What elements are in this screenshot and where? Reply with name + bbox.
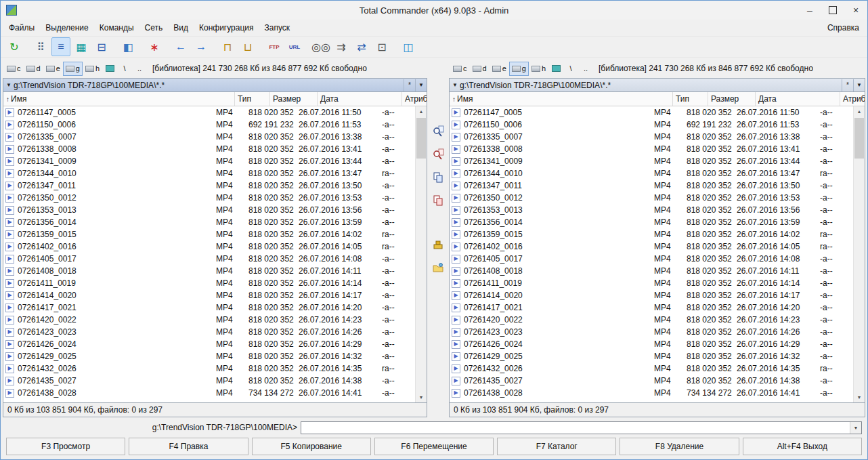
- column-header-attr[interactable]: Атриб: [402, 92, 427, 106]
- file-row[interactable]: ▶07261423_0023MP4818 020 35226.07.2016 1…: [450, 326, 854, 338]
- file-row[interactable]: ▶07261356_0014MP4818 020 35226.07.2016 1…: [450, 216, 854, 228]
- refresh-button[interactable]: ↻: [5, 37, 24, 56]
- command-history-dropdown[interactable]: ▼: [850, 422, 861, 434]
- file-row[interactable]: ▶07261435_0027MP4818 020 35226.07.2016 1…: [3, 375, 416, 387]
- fkey-alt-f4[interactable]: Alt+F4 Выход: [743, 438, 862, 455]
- file-row[interactable]: ▶07261341_0009MP4818 020 35226.07.2016 1…: [450, 155, 854, 167]
- file-row[interactable]: ▶07261429_0025MP4818 020 35226.07.2016 1…: [3, 350, 416, 362]
- compare-button[interactable]: ⊡: [372, 37, 391, 56]
- dir-history-button[interactable]: ▼: [853, 79, 865, 91]
- command-input[interactable]: [301, 422, 850, 434]
- fkey-f3[interactable]: F3 Просмотр: [6, 438, 125, 455]
- menu-item[interactable]: Запуск: [259, 21, 296, 35]
- copy-files-button[interactable]: [431, 170, 446, 185]
- file-row[interactable]: ▶07261429_0025MP4818 020 35226.07.2016 1…: [450, 350, 854, 362]
- file-row[interactable]: ▶07261426_0024MP4818 020 35226.07.2016 1…: [3, 338, 416, 350]
- scroll-down-icon[interactable]: ▼: [854, 392, 865, 402]
- brief-view-button[interactable]: ⠿: [31, 37, 50, 56]
- move-files-button[interactable]: [431, 193, 446, 208]
- file-row[interactable]: ▶07261150_0006MP4692 191 23226.07.2016 1…: [3, 119, 416, 131]
- scroll-up-icon[interactable]: ▲: [854, 106, 865, 117]
- new-folder-button[interactable]: [431, 261, 446, 276]
- file-row[interactable]: ▶07261150_0006MP4692 191 23226.07.2016 1…: [450, 119, 854, 131]
- multi-rename-button[interactable]: ⇉: [332, 37, 351, 56]
- fkey-f4[interactable]: F4 Правка: [129, 438, 248, 455]
- fkey-f6[interactable]: F6 Перемещение: [374, 438, 494, 455]
- menu-item[interactable]: Вид: [168, 21, 194, 35]
- forward-button[interactable]: →: [192, 37, 211, 56]
- column-header-size[interactable]: Размер: [708, 92, 756, 106]
- file-row[interactable]: ▶07261344_0010MP4818 020 35226.07.2016 1…: [3, 167, 416, 180]
- file-row[interactable]: ▶07261438_0028MP4734 134 27226.07.2016 1…: [3, 387, 416, 399]
- file-row[interactable]: ▶07261420_0022MP4818 020 35226.07.2016 1…: [3, 314, 416, 326]
- quick-view-button[interactable]: ◧: [118, 37, 137, 56]
- file-row[interactable]: ▶07261426_0024MP4818 020 35226.07.2016 1…: [450, 338, 854, 350]
- file-row[interactable]: ▶07261353_0013MP4818 020 35226.07.2016 1…: [3, 204, 416, 216]
- file-row[interactable]: ▶07261335_0007MP4818 020 35226.07.2016 1…: [450, 131, 854, 143]
- sync-dirs-button[interactable]: ⇄: [352, 37, 371, 56]
- drive-h-button[interactable]: h: [529, 62, 548, 76]
- menu-item[interactable]: Файлы: [3, 21, 40, 35]
- network-button[interactable]: ◫: [399, 37, 418, 56]
- column-header-name[interactable]: ↑ Имя: [450, 92, 673, 106]
- file-row[interactable]: ▶07261344_0010MP4818 020 35226.07.2016 1…: [450, 167, 854, 180]
- drive-d-button[interactable]: d: [24, 62, 43, 76]
- scrollbar-track[interactable]: [854, 117, 865, 392]
- root-dir-button[interactable]: \: [563, 62, 578, 76]
- file-row[interactable]: ▶07261405_0017MP4818 020 35226.07.2016 1…: [450, 253, 854, 265]
- column-header-size[interactable]: Размер: [270, 92, 318, 106]
- file-row[interactable]: ▶07261402_0016MP4818 020 35226.07.2016 1…: [450, 241, 854, 253]
- view-file-button[interactable]: [431, 124, 446, 139]
- file-row[interactable]: ▶07261359_0015MP4818 020 35226.07.2016 1…: [3, 228, 416, 241]
- edit-file-button[interactable]: [431, 147, 446, 162]
- drive-d-button[interactable]: d: [470, 62, 490, 76]
- cm-special-button[interactable]: ∗: [145, 37, 164, 56]
- file-row[interactable]: ▶07261338_0008MP4818 020 35226.07.2016 1…: [3, 143, 416, 155]
- drive-h-button[interactable]: h: [83, 62, 102, 76]
- file-row[interactable]: ▶07261147_0005MP4818 020 35226.07.2016 1…: [3, 106, 416, 119]
- dir-history-button[interactable]: ▼: [415, 79, 427, 91]
- scrollbar[interactable]: ▲ ▼: [853, 106, 865, 402]
- menu-item[interactable]: Выделение: [40, 21, 94, 35]
- file-row[interactable]: ▶07261432_0026MP4818 020 35226.07.2016 1…: [450, 362, 854, 375]
- file-row[interactable]: ▶07261417_0021MP4818 020 35226.07.2016 1…: [3, 301, 416, 314]
- file-row[interactable]: ▶07261423_0023MP4818 020 35226.07.2016 1…: [3, 326, 416, 338]
- full-view-button[interactable]: ≡: [51, 37, 70, 56]
- file-row[interactable]: ▶07261341_0009MP4818 020 35226.07.2016 1…: [3, 155, 416, 167]
- scrollbar-thumb[interactable]: [416, 118, 426, 159]
- file-row[interactable]: ▶07261414_0020MP4818 020 35226.07.2016 1…: [450, 289, 854, 301]
- file-row[interactable]: ▶07261347_0011MP4818 020 35226.07.2016 1…: [450, 180, 854, 192]
- menu-item[interactable]: Конфигурация: [194, 21, 259, 35]
- file-row[interactable]: ▶07261414_0020MP4818 020 35226.07.2016 1…: [3, 289, 416, 301]
- file-row[interactable]: ▶07261338_0008MP4818 020 35226.07.2016 1…: [450, 143, 854, 155]
- maximize-button[interactable]: [821, 1, 844, 20]
- menu-item-help[interactable]: Справка: [822, 21, 865, 35]
- file-row[interactable]: ▶07261356_0014MP4818 020 35226.07.2016 1…: [3, 216, 416, 228]
- file-row[interactable]: ▶07261350_0012MP4818 020 35226.07.2016 1…: [450, 192, 854, 204]
- drive-g-button[interactable]: g: [63, 62, 83, 76]
- file-row[interactable]: ▶07261408_0018MP4818 020 35226.07.2016 1…: [3, 265, 416, 277]
- file-row[interactable]: ▶07261420_0022MP4818 020 35226.07.2016 1…: [450, 314, 854, 326]
- scroll-down-icon[interactable]: ▼: [416, 392, 427, 402]
- minimize-button[interactable]: –: [798, 1, 821, 20]
- parent-dir-button[interactable]: ..: [132, 62, 147, 76]
- column-header-type[interactable]: Тип: [235, 92, 270, 106]
- pack-files-button-center[interactable]: [431, 238, 446, 253]
- scrollbar-thumb[interactable]: [854, 118, 864, 159]
- column-header-name[interactable]: ↑ Имя: [3, 92, 235, 106]
- file-row[interactable]: ▶07261405_0017MP4818 020 35226.07.2016 1…: [3, 253, 416, 265]
- menu-item[interactable]: Команды: [94, 21, 139, 35]
- ftp-connect-button[interactable]: FTP: [265, 37, 284, 56]
- file-row[interactable]: ▶07261438_0028MP4734 134 27226.07.2016 1…: [450, 387, 854, 399]
- file-row[interactable]: ▶07261359_0015MP4818 020 35226.07.2016 1…: [450, 228, 854, 241]
- scrollbar-track[interactable]: [416, 117, 427, 392]
- scrollbar[interactable]: ▲ ▼: [415, 106, 427, 402]
- file-row[interactable]: ▶07261335_0007MP4818 020 35226.07.2016 1…: [3, 131, 416, 143]
- close-button[interactable]: ×: [844, 1, 867, 20]
- fkey-f8[interactable]: F8 Удаление: [620, 438, 739, 455]
- drive-e-button[interactable]: e: [490, 62, 509, 76]
- file-row[interactable]: ▶07261402_0016MP4818 020 35226.07.2016 1…: [3, 241, 416, 253]
- file-row[interactable]: ▶07261411_0019MP4818 020 35226.07.2016 1…: [3, 277, 416, 289]
- search-button[interactable]: ◎◎: [311, 37, 330, 56]
- file-row[interactable]: ▶07261435_0027MP4818 020 35226.07.2016 1…: [450, 375, 854, 387]
